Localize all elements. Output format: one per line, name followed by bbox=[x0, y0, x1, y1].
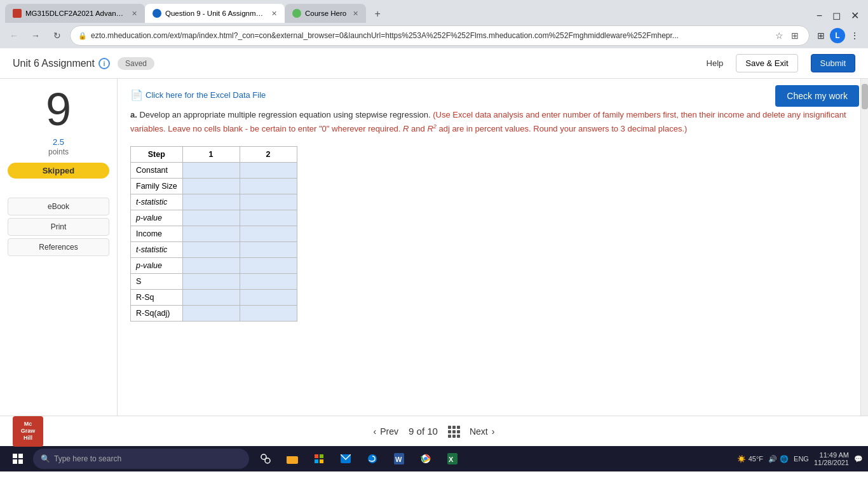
prev-button[interactable]: ‹ Prev bbox=[374, 426, 398, 437]
maximize-icon[interactable]: ◻ bbox=[829, 8, 844, 23]
profile-avatar[interactable]: L bbox=[830, 28, 845, 43]
page-info: 9 of 10 bbox=[409, 426, 438, 437]
taskbar: 🔍 Type here to search W X ☀️ 45° bbox=[0, 446, 868, 471]
extension-icon[interactable]: ⊞ bbox=[789, 29, 801, 42]
task-view-icon[interactable] bbox=[254, 447, 277, 470]
input-cell-row9-col2[interactable] bbox=[240, 305, 297, 321]
start-button[interactable] bbox=[5, 446, 31, 471]
input-cell-row2-col2[interactable] bbox=[240, 194, 297, 210]
address-bar[interactable]: 🔒 ezto.mheducation.com/ext/map/index.htm… bbox=[70, 25, 810, 46]
help-link[interactable]: Help bbox=[707, 58, 724, 68]
grid-view-icon[interactable] bbox=[448, 426, 459, 437]
tab-question9[interactable]: Question 9 - Unit 6 Assignment... ✕ bbox=[145, 4, 285, 23]
input-cell-row1-col2[interactable] bbox=[240, 178, 297, 194]
address-bar-icons: ☆ ⊞ bbox=[773, 29, 801, 42]
table-row: Income bbox=[131, 226, 297, 241]
address-bar-row: ← → ↻ 🔒 ezto.mheducation.com/ext/map/ind… bbox=[0, 23, 868, 48]
tab3-label: Course Hero bbox=[305, 10, 346, 17]
input-cell-row5-col2[interactable] bbox=[240, 241, 297, 257]
tab-mg315[interactable]: MG315DLCF2A2021 Advanced B... ✕ bbox=[5, 4, 145, 23]
app-header: Unit 6 Assignment i Saved Help Save & Ex… bbox=[0, 48, 868, 79]
row-label-2: t-statistic bbox=[131, 194, 183, 210]
ebook-link[interactable]: eBook bbox=[8, 198, 109, 215]
tab2-close[interactable]: ✕ bbox=[271, 10, 277, 18]
row-label-1: Family Size bbox=[131, 178, 183, 194]
input-cell-row3-col2[interactable] bbox=[240, 210, 297, 226]
back-button[interactable]: ← bbox=[5, 27, 23, 44]
menu-icon[interactable]: ⋮ bbox=[846, 29, 863, 42]
close-icon[interactable]: ✕ bbox=[847, 8, 863, 23]
mail-icon[interactable] bbox=[334, 447, 357, 470]
saved-badge: Saved bbox=[118, 57, 154, 70]
edge-browser-icon[interactable] bbox=[361, 447, 384, 470]
references-link[interactable]: References bbox=[8, 238, 109, 256]
extensions-icon[interactable]: ⊞ bbox=[813, 29, 829, 42]
new-tab-button[interactable]: + bbox=[369, 5, 386, 23]
tab1-close[interactable]: ✕ bbox=[132, 10, 137, 18]
network-icon[interactable]: 🌐 bbox=[780, 455, 789, 463]
input-cell-row0-col1[interactable] bbox=[182, 162, 240, 178]
tab-coursehero[interactable]: Course Hero ✕ bbox=[285, 4, 366, 23]
print-link[interactable]: Print bbox=[8, 218, 109, 236]
next-label: Next bbox=[470, 426, 488, 437]
word-icon[interactable]: W bbox=[388, 447, 410, 470]
adj-text: adj are in percent values. Round your an… bbox=[438, 124, 687, 133]
input-cell-row4-col1[interactable] bbox=[182, 226, 240, 241]
weather-widget[interactable]: ☀️ 45°F bbox=[737, 455, 763, 463]
tab1-label: MG315DLCF2A2021 Advanced B... bbox=[25, 10, 125, 17]
prev-arrow-icon: ‹ bbox=[374, 426, 377, 437]
svg-point-13 bbox=[368, 454, 377, 463]
table-row: R-Sq(adj) bbox=[131, 305, 297, 321]
date-display: 11/28/2021 bbox=[814, 459, 849, 466]
save-exit-button[interactable]: Save & Exit bbox=[736, 54, 797, 72]
input-cell-row8-col2[interactable] bbox=[240, 289, 297, 305]
instruction-plain: Develop an appropriate multiple regressi… bbox=[139, 110, 430, 119]
input-cell-row7-col1[interactable] bbox=[182, 273, 240, 289]
check-work-button[interactable]: Check my work bbox=[775, 85, 859, 107]
input-cell-row3-col1[interactable] bbox=[182, 210, 240, 226]
input-cell-row0-col2[interactable] bbox=[240, 162, 297, 178]
row-label-5: t-statistic bbox=[131, 241, 183, 257]
forward-button[interactable]: → bbox=[27, 27, 44, 44]
nav-controls: ‹ Prev 9 of 10 Next › bbox=[374, 426, 495, 437]
input-cell-row8-col1[interactable] bbox=[182, 289, 240, 305]
r-italic: R bbox=[403, 124, 409, 133]
header-actions: Help Save & Exit Submit bbox=[707, 54, 855, 72]
notification-icon[interactable]: 💬 bbox=[854, 455, 863, 463]
table-row: p-value bbox=[131, 257, 297, 273]
svg-rect-9 bbox=[320, 454, 323, 458]
tab2-label: Question 9 - Unit 6 Assignment... bbox=[165, 10, 265, 17]
minimize-icon[interactable]: − bbox=[813, 9, 826, 23]
input-cell-row4-col2[interactable] bbox=[240, 226, 297, 241]
prev-label: Prev bbox=[380, 426, 398, 437]
input-cell-row6-col1[interactable] bbox=[182, 257, 240, 273]
next-button[interactable]: Next › bbox=[470, 426, 494, 437]
info-icon[interactable]: i bbox=[98, 58, 110, 69]
clock[interactable]: 11:49 AM 11/28/2021 bbox=[814, 451, 849, 466]
excel-data-link[interactable]: 📄 Click here for the Excel Data File bbox=[130, 89, 848, 101]
store-icon[interactable] bbox=[308, 447, 330, 470]
svg-rect-8 bbox=[315, 454, 318, 458]
input-cell-row5-col1[interactable] bbox=[182, 241, 240, 257]
input-cell-row2-col1[interactable] bbox=[182, 194, 240, 210]
row-label-6: p-value bbox=[131, 257, 183, 273]
file-explorer-icon[interactable] bbox=[281, 447, 304, 470]
svg-text:X: X bbox=[449, 456, 454, 463]
chrome-icon[interactable] bbox=[414, 447, 437, 470]
tab3-close[interactable]: ✕ bbox=[353, 10, 358, 18]
submit-button[interactable]: Submit bbox=[811, 54, 855, 72]
reload-button[interactable]: ↻ bbox=[48, 27, 66, 44]
volume-icon[interactable]: 🔊 bbox=[768, 455, 777, 463]
svg-rect-1 bbox=[18, 454, 23, 458]
address-text: ezto.mheducation.com/ext/map/index.html?… bbox=[91, 31, 769, 40]
star-icon[interactable]: ☆ bbox=[773, 29, 786, 42]
input-cell-row1-col1[interactable] bbox=[182, 178, 240, 194]
input-cell-row9-col1[interactable] bbox=[182, 305, 240, 321]
taskbar-search-box[interactable]: 🔍 Type here to search bbox=[33, 449, 249, 469]
input-cell-row7-col2[interactable] bbox=[240, 273, 297, 289]
svg-point-5 bbox=[265, 458, 270, 463]
window-controls: − ◻ ✕ bbox=[813, 8, 868, 23]
input-cell-row6-col2[interactable] bbox=[240, 257, 297, 273]
excel-icon[interactable]: X bbox=[441, 447, 464, 470]
question-number: 9 bbox=[8, 86, 109, 132]
